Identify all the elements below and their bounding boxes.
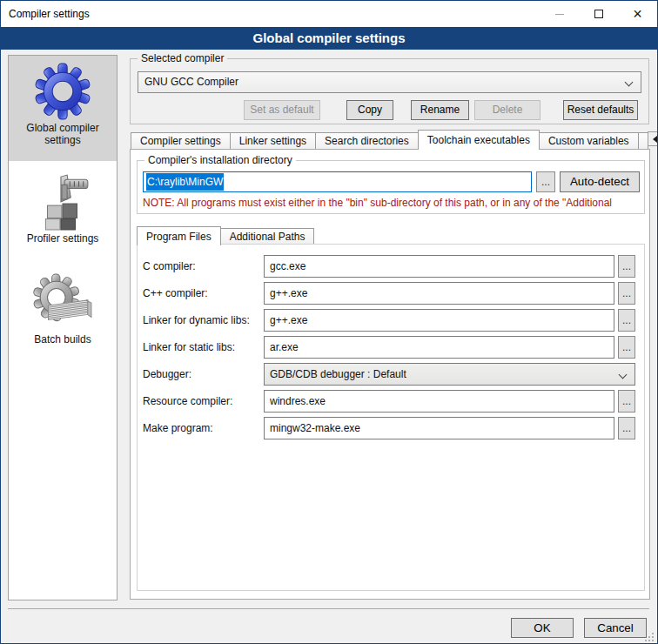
maximize-button[interactable] xyxy=(579,1,618,27)
resource-compiler-row: Resource compiler: ... xyxy=(143,390,635,413)
field-label: Linker for static libs: xyxy=(143,341,264,353)
debugger-row: Debugger: GDB/CDB debugger : Default xyxy=(143,363,635,386)
gear-stack-icon xyxy=(32,272,93,332)
c-compiler-input[interactable] xyxy=(264,255,614,278)
sidebar-item-label: Global compiler settings xyxy=(9,120,117,151)
field-label: Debugger: xyxy=(143,368,264,380)
sidebar-item-label: Profiler settings xyxy=(9,231,117,250)
sidebar-item-label: Batch builds xyxy=(9,332,117,351)
close-icon: × xyxy=(633,10,642,18)
settings-tab-bar: Compiler settings Linker settings Search… xyxy=(131,130,645,149)
set-as-default-button[interactable]: Set as default xyxy=(244,100,320,120)
resource-compiler-input[interactable] xyxy=(264,390,614,413)
resize-grip[interactable] xyxy=(645,633,655,642)
bin-subdirectory-note: NOTE: All programs must exist either in … xyxy=(143,197,643,209)
blue-gear-icon xyxy=(34,63,91,120)
tab-custom-variables[interactable]: Custom variables xyxy=(539,132,639,149)
tab-additional-paths[interactable]: Additional Paths xyxy=(220,228,315,245)
rename-button[interactable]: Rename xyxy=(411,100,469,120)
installation-directory-input[interactable]: C:\raylib\MinGW xyxy=(143,171,532,192)
compiler-buttons-row: Set as default Copy Rename Delete Reset … xyxy=(131,100,648,120)
browse-c-compiler-button[interactable]: ... xyxy=(618,255,635,278)
sidebar-item-batch-builds[interactable]: Batch builds xyxy=(9,250,117,351)
window-controls: × xyxy=(540,1,657,27)
tab-toolchain-executables[interactable]: Toolchain executables xyxy=(418,130,540,150)
cancel-button[interactable]: Cancel xyxy=(584,618,647,638)
field-label: Linker for dynamic libs: xyxy=(143,314,264,326)
c-compiler-row: C compiler: ... xyxy=(143,255,635,278)
field-label: Resource compiler: xyxy=(143,395,264,407)
title-bar: Compiler settings × xyxy=(1,1,657,27)
caliper-icon xyxy=(34,173,91,231)
compiler-select[interactable]: GNU GCC Compiler xyxy=(138,71,641,93)
window-title: Compiler settings xyxy=(1,8,540,20)
browse-directory-button[interactable]: ... xyxy=(536,171,555,192)
sidebar-item-profiler-settings[interactable]: Profiler settings xyxy=(9,161,117,250)
installation-directory-group: Compiler's installation directory C:\ray… xyxy=(137,160,645,214)
footer-divider xyxy=(8,608,649,609)
tab-search-directories[interactable]: Search directories xyxy=(315,132,419,149)
sidebar-item-global-compiler-settings[interactable]: Global compiler settings xyxy=(9,56,117,161)
browse-make-program-button[interactable]: ... xyxy=(618,417,635,439)
group-legend: Compiler's installation directory xyxy=(144,154,296,166)
group-legend: Selected compiler xyxy=(138,52,227,64)
cpp-compiler-row: C++ compiler: ... xyxy=(143,282,635,305)
arrow-left-icon xyxy=(653,136,657,143)
dialog-body: Global compiler settings xyxy=(1,50,657,644)
make-program-row: Make program: ... xyxy=(143,417,635,439)
delete-button[interactable]: Delete xyxy=(474,100,540,120)
tab-scroll-controls xyxy=(648,131,658,146)
browse-static-linker-button[interactable]: ... xyxy=(618,336,635,359)
close-button[interactable]: × xyxy=(618,1,657,27)
selected-path-text: C:\raylib\MinGW xyxy=(146,173,224,191)
make-program-input[interactable] xyxy=(264,417,614,439)
compiler-select-value: GNU GCC Compiler xyxy=(144,76,238,88)
chevron-down-icon xyxy=(619,371,628,379)
dynamic-linker-input[interactable] xyxy=(264,309,614,332)
browse-cpp-compiler-button[interactable]: ... xyxy=(618,282,635,305)
static-linker-row: Linker for static libs: ... xyxy=(143,336,635,359)
auto-detect-button[interactable]: Auto-detect xyxy=(560,171,640,192)
dynamic-linker-row: Linker for dynamic libs: ... xyxy=(143,309,635,332)
settings-category-list: Global compiler settings xyxy=(8,55,118,600)
compiler-settings-dialog: Compiler settings × Global compiler sett… xyxy=(0,0,658,644)
program-files-tab-bar: Program Files Additional Paths xyxy=(137,226,313,245)
tab-linker-settings[interactable]: Linker settings xyxy=(230,132,316,149)
tab-program-files[interactable]: Program Files xyxy=(137,226,221,245)
program-files-panel: C compiler: ... C++ compiler: ... Linker… xyxy=(137,244,645,591)
reset-defaults-button[interactable]: Reset defaults xyxy=(563,100,638,120)
ok-button[interactable]: OK xyxy=(511,618,574,638)
debugger-select-value: GDB/CDB debugger : Default xyxy=(270,368,406,380)
tab-scroll-left-button[interactable] xyxy=(648,131,658,146)
browse-dynamic-linker-button[interactable]: ... xyxy=(618,309,635,332)
minimize-icon xyxy=(555,14,564,15)
tab-compiler-settings[interactable]: Compiler settings xyxy=(131,132,231,149)
selected-compiler-group: Selected compiler GNU GCC Compiler Set a… xyxy=(130,58,649,124)
maximize-icon xyxy=(594,10,603,18)
installation-directory-row: C:\raylib\MinGW ... Auto-detect xyxy=(143,171,640,192)
copy-button[interactable]: Copy xyxy=(346,100,393,120)
browse-resource-compiler-button[interactable]: ... xyxy=(618,390,635,413)
minimize-button[interactable] xyxy=(540,1,579,27)
debugger-select[interactable]: GDB/CDB debugger : Default xyxy=(264,363,635,386)
cpp-compiler-input[interactable] xyxy=(264,282,614,305)
chevron-down-icon xyxy=(625,78,634,87)
toolchain-executables-panel: Compiler's installation directory C:\ray… xyxy=(130,149,650,600)
page-title: Global compiler settings xyxy=(1,27,657,50)
static-linker-input[interactable] xyxy=(264,336,614,359)
field-label: C++ compiler: xyxy=(143,287,264,299)
field-label: C compiler: xyxy=(143,260,264,272)
field-label: Make program: xyxy=(143,422,264,434)
